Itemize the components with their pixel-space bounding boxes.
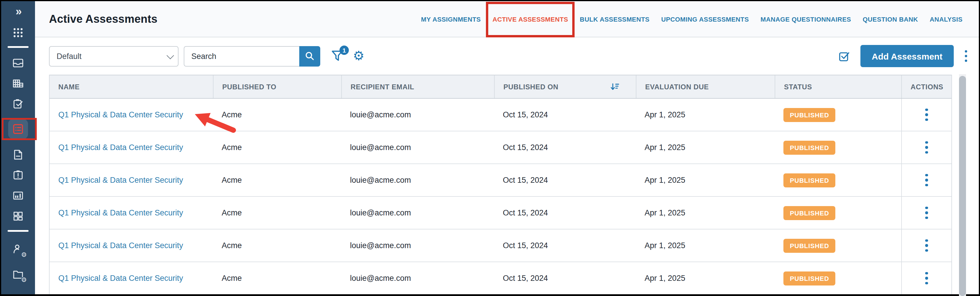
published-on-cell: Oct 15, 2024	[494, 262, 636, 294]
published-to-cell: Acme	[213, 262, 341, 294]
assessment-name-link[interactable]: Q1 Physical & Data Center Security	[58, 110, 183, 119]
assessments-table: NAME PUBLISHED TO RECIPIENT EMAIL PUBLIS…	[49, 75, 952, 294]
sidebar: »	[1, 1, 35, 294]
table-row[interactable]: Q1 Physical & Data Center Security Acme …	[49, 262, 951, 294]
data-table-icon	[12, 78, 24, 89]
recipient-email-cell: louie@acme.com	[341, 229, 494, 262]
recipient-email-cell: louie@acme.com	[341, 99, 494, 131]
row-actions-kebab-icon[interactable]	[923, 172, 931, 189]
checkbox-check-icon	[839, 51, 850, 62]
sidebar-item-active-assessments[interactable]	[1, 119, 35, 139]
add-assessment-button[interactable]: Add Assessment	[861, 45, 954, 67]
tab-bar: MY ASSIGNMENTS ACTIVE ASSESSMENTS BULK A…	[421, 16, 963, 22]
row-actions-kebab-icon[interactable]	[923, 139, 931, 156]
status-badge: PUBLISHED	[783, 271, 835, 285]
column-header-published-to[interactable]: PUBLISHED TO	[213, 75, 341, 98]
clipboard-check-icon	[12, 98, 24, 110]
column-header-status[interactable]: STATUS	[775, 75, 901, 98]
sidebar-item-monitor-settings[interactable]: ⚙	[1, 294, 35, 294]
evaluation-due-cell: Apr 1, 2025	[636, 229, 775, 262]
vertical-scrollbar[interactable]	[959, 74, 966, 296]
assessment-name-link[interactable]: Q1 Physical & Data Center Security	[58, 241, 183, 250]
tab-active-assessments[interactable]: ACTIVE ASSESSMENTS	[492, 16, 568, 22]
inbox-icon	[12, 57, 24, 69]
published-on-cell: Oct 15, 2024	[494, 197, 636, 229]
assessment-name-link[interactable]: Q1 Physical & Data Center Security	[58, 208, 183, 217]
status-badge: PUBLISHED	[783, 173, 835, 187]
published-on-cell: Oct 15, 2024	[494, 99, 636, 131]
tab-upcoming-assessments[interactable]: UPCOMING ASSESSMENTS	[661, 16, 749, 22]
toolbar-right: Add Assessment	[839, 45, 979, 67]
column-header-evaluation-due[interactable]: EVALUATION DUE	[636, 75, 775, 98]
sidebar-item-dashboard[interactable]	[1, 210, 35, 222]
sidebar-item-user-settings[interactable]: ⚙	[1, 243, 35, 255]
multi-select-button[interactable]	[839, 51, 850, 62]
published-on-cell: Oct 15, 2024	[494, 164, 636, 196]
tab-question-bank[interactable]: QUESTION BANK	[863, 16, 918, 22]
sidebar-divider	[8, 230, 29, 232]
evaluation-due-cell: Apr 1, 2025	[636, 164, 775, 196]
column-header-published-on[interactable]: PUBLISHED ON	[494, 75, 636, 98]
sidebar-item-clipboard-check[interactable]	[1, 98, 35, 110]
table-header-row: NAME PUBLISHED TO RECIPIENT EMAIL PUBLIS…	[49, 75, 951, 99]
table-body: Q1 Physical & Data Center Security Acme …	[49, 99, 951, 294]
sidebar-item-inbox[interactable]	[1, 57, 35, 69]
filter-button[interactable]: 1	[331, 50, 344, 62]
settings-gear-icon[interactable]: ⚙	[353, 50, 364, 62]
published-to-cell: Acme	[213, 131, 341, 163]
table-row[interactable]: Q1 Physical & Data Center Security Acme …	[49, 131, 951, 164]
published-to-cell: Acme	[213, 99, 341, 131]
published-to-cell: Acme	[213, 229, 341, 262]
table-row[interactable]: Q1 Physical & Data Center Security Acme …	[49, 164, 951, 197]
search-icon	[304, 51, 315, 61]
row-actions-kebab-icon[interactable]	[923, 204, 931, 222]
row-actions-kebab-icon[interactable]	[923, 270, 931, 287]
sidebar-item-data-table[interactable]	[1, 78, 35, 89]
clipboard-alert-icon	[12, 169, 24, 181]
status-badge: PUBLISHED	[783, 141, 835, 154]
sidebar-item-folder-settings[interactable]: ⚙	[1, 269, 35, 280]
assessment-name-link[interactable]: Q1 Physical & Data Center Security	[58, 176, 183, 184]
tab-analysis[interactable]: ANALYSIS	[930, 16, 963, 22]
filter-count-badge: 1	[339, 46, 349, 55]
evaluation-due-cell: Apr 1, 2025	[636, 262, 775, 294]
assessment-name-link[interactable]: Q1 Physical & Data Center Security	[58, 274, 183, 283]
tab-label: ACTIVE ASSESSMENTS	[492, 16, 568, 22]
table-row[interactable]: Q1 Physical & Data Center Security Acme …	[49, 197, 951, 229]
search-button[interactable]	[299, 46, 320, 66]
app-window: »	[1, 1, 979, 294]
column-header-recipient-email[interactable]: RECIPIENT EMAIL	[341, 75, 494, 98]
tab-manage-questionnaires[interactable]: MANAGE QUESTIONNAIRES	[760, 16, 851, 22]
column-header-label: PUBLISHED ON	[503, 83, 558, 91]
column-header-name[interactable]: NAME	[49, 75, 213, 98]
screenshot-stage: »	[0, 0, 980, 296]
table-row[interactable]: Q1 Physical & Data Center Security Acme …	[49, 229, 951, 262]
double-chevron-right-icon: »	[16, 5, 21, 18]
row-actions-kebab-icon[interactable]	[923, 106, 931, 123]
sort-descending-icon[interactable]	[610, 82, 619, 91]
sidebar-item-apps[interactable]	[1, 27, 35, 38]
evaluation-due-cell: Apr 1, 2025	[636, 197, 775, 229]
preset-dropdown-value: Default	[57, 52, 167, 61]
main-area: Active Assessments MY ASSIGNMENTS ACTIVE…	[35, 1, 979, 294]
assessments-list-icon	[12, 123, 24, 135]
tab-bulk-assessments[interactable]: BULK ASSESSMENTS	[580, 16, 649, 22]
published-to-cell: Acme	[213, 197, 341, 229]
status-badge: PUBLISHED	[783, 108, 835, 122]
scrollbar-thumb[interactable]	[959, 76, 966, 296]
recipient-email-cell: louie@acme.com	[341, 197, 494, 229]
search-box	[184, 46, 320, 66]
search-input[interactable]	[184, 46, 299, 66]
sidebar-item-documents[interactable]	[1, 149, 35, 160]
page-title: Active Assessments	[49, 13, 158, 26]
table-row[interactable]: Q1 Physical & Data Center Security Acme …	[49, 99, 951, 131]
row-actions-kebab-icon[interactable]	[923, 237, 931, 254]
sidebar-item-reports[interactable]	[1, 190, 35, 202]
preset-dropdown[interactable]: Default	[49, 46, 178, 66]
chevron-down-icon	[167, 51, 174, 59]
sidebar-item-clipboard-alert[interactable]	[1, 169, 35, 181]
tab-my-assignments[interactable]: MY ASSIGNMENTS	[421, 16, 481, 22]
assessment-name-link[interactable]: Q1 Physical & Data Center Security	[58, 143, 183, 152]
toolbar-kebab-menu-icon[interactable]	[961, 48, 970, 64]
sidebar-expand-button[interactable]: »	[1, 6, 35, 17]
